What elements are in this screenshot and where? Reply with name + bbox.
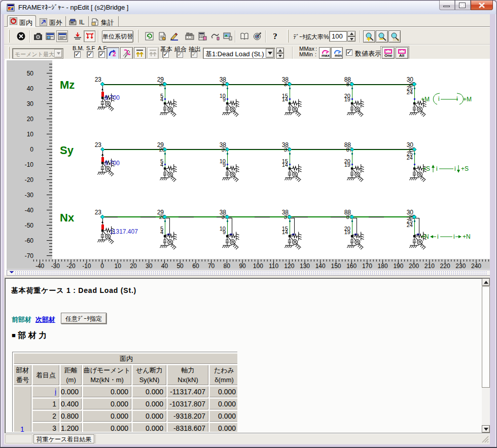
- svg-text:160: 160: [346, 263, 357, 270]
- svg-text:2: 2: [113, 51, 116, 58]
- svg-text:-30: -30: [51, 263, 60, 270]
- svg-text:23: 23: [95, 76, 102, 83]
- svg-text:24: 24: [407, 155, 413, 161]
- svg-text:0: 0: [100, 263, 104, 270]
- svg-text:80: 80: [224, 263, 231, 270]
- svg-text:170: 170: [362, 263, 372, 270]
- svg-text:-70: -70: [25, 252, 34, 259]
- svg-text:One: One: [384, 53, 393, 58]
- svg-text:19: 19: [344, 96, 350, 102]
- svg-text:9: 9: [223, 162, 226, 168]
- svg-text:14: 14: [282, 229, 288, 235]
- svg-text:10: 10: [27, 131, 34, 138]
- svg-text:100: 100: [253, 263, 263, 270]
- svg-text:9.700: 9.700: [104, 160, 120, 167]
- svg-text:i: i: [454, 165, 456, 172]
- svg-text:4: 4: [160, 96, 163, 102]
- svg-text:110: 110: [269, 263, 278, 270]
- svg-text:9: 9: [223, 96, 226, 102]
- svg-text:23: 23: [95, 209, 102, 216]
- svg-text:+S: +S: [461, 165, 469, 172]
- svg-text:90: 90: [239, 263, 246, 270]
- svg-text:max: max: [322, 53, 330, 58]
- svg-text:i: i: [436, 165, 438, 172]
- svg-text:ﾌｨｯﾄ: ﾌｨｯﾄ: [393, 38, 400, 42]
- svg-text:130: 130: [300, 263, 310, 270]
- svg-text:11317.407: 11317.407: [110, 228, 138, 235]
- svg-text:-10: -10: [82, 263, 91, 270]
- svg-text:-30: -30: [25, 192, 34, 199]
- svg-text:180: 180: [378, 263, 388, 270]
- svg-text:40: 40: [27, 85, 34, 92]
- svg-text:0: 0: [30, 146, 33, 153]
- svg-text:-10: -10: [25, 161, 34, 168]
- svg-text:50: 50: [27, 70, 34, 77]
- svg-text:-40: -40: [25, 207, 34, 214]
- svg-text:210: 210: [424, 263, 435, 270]
- svg-text:-40: -40: [36, 263, 45, 270]
- svg-text:-20: -20: [25, 176, 34, 183]
- svg-text:40: 40: [161, 263, 168, 270]
- svg-text:20: 20: [27, 116, 34, 123]
- svg-text:220: 220: [440, 263, 450, 270]
- svg-text:30: 30: [146, 263, 153, 270]
- svg-text:+M: +M: [463, 96, 472, 103]
- svg-text:Nx: Nx: [60, 211, 75, 224]
- svg-text:23: 23: [95, 141, 102, 148]
- svg-text:240: 240: [471, 263, 481, 270]
- svg-text:24: 24: [407, 222, 413, 228]
- svg-text:70: 70: [208, 263, 215, 270]
- svg-text:200: 200: [409, 263, 419, 270]
- svg-text:120: 120: [284, 263, 294, 270]
- svg-text:24: 24: [407, 89, 413, 95]
- svg-text:30: 30: [27, 100, 34, 107]
- svg-text:150: 150: [331, 263, 341, 270]
- svg-text:+S: +S: [422, 165, 430, 172]
- svg-text:10: 10: [115, 263, 122, 270]
- svg-text:4: 4: [160, 162, 163, 168]
- svg-text:14: 14: [282, 96, 288, 102]
- svg-text:i: i: [438, 95, 440, 102]
- svg-text:140: 140: [315, 263, 326, 270]
- svg-text:All: All: [399, 53, 404, 58]
- svg-text:230: 230: [455, 263, 466, 270]
- svg-text:i: i: [437, 233, 439, 240]
- svg-text:i: i: [456, 95, 458, 102]
- svg-text:14: 14: [282, 162, 288, 168]
- svg-text:min: min: [335, 53, 342, 58]
- svg-text:4: 4: [160, 229, 163, 235]
- svg-text:19: 19: [344, 229, 350, 235]
- svg-text:Sy: Sy: [60, 144, 74, 157]
- svg-text:190: 190: [393, 263, 403, 270]
- svg-text:-50: -50: [25, 222, 34, 229]
- svg-text:9.700: 9.700: [104, 94, 120, 101]
- svg-text:50: 50: [176, 263, 184, 270]
- svg-text:19: 19: [344, 162, 350, 168]
- svg-text:20: 20: [130, 263, 137, 270]
- svg-text:60: 60: [192, 263, 199, 270]
- svg-text:-60: -60: [25, 237, 34, 244]
- svg-text:Mz: Mz: [60, 79, 75, 91]
- svg-text:+N: +N: [463, 233, 471, 240]
- svg-text:i: i: [453, 233, 455, 240]
- svg-text:+N: +N: [421, 233, 429, 240]
- svg-text:+M: +M: [421, 96, 430, 103]
- svg-text:9: 9: [223, 229, 226, 235]
- svg-text:-20: -20: [66, 263, 76, 270]
